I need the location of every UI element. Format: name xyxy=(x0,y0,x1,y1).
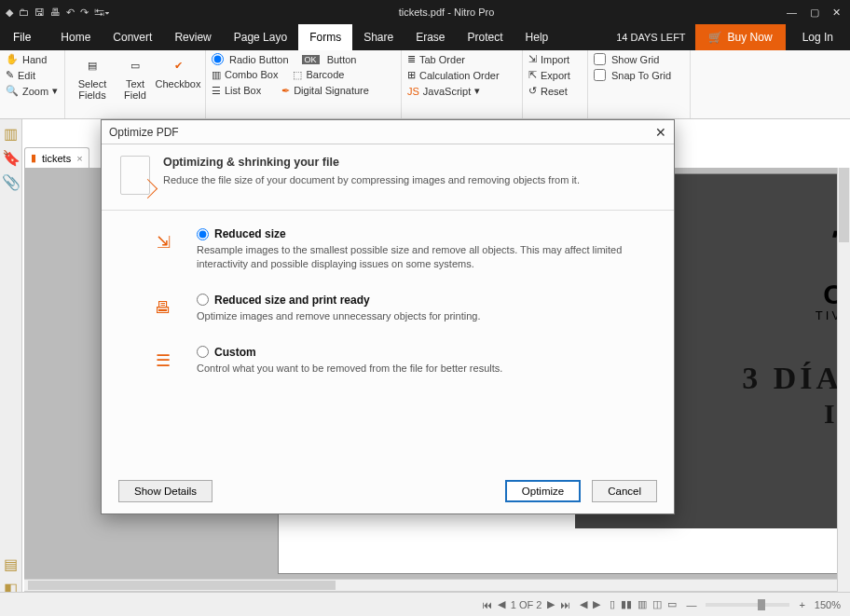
view-single-icon[interactable]: ▯ xyxy=(610,598,615,610)
import-tool[interactable]: ⇲Import xyxy=(528,52,582,66)
buy-now-label: Buy Now xyxy=(728,31,773,44)
reduced-size-icon: ⇲ xyxy=(148,227,178,257)
tab-page-layout[interactable]: Page Layo xyxy=(223,24,298,50)
last-page-icon[interactable]: ⏭ xyxy=(560,599,570,610)
radio-icon[interactable] xyxy=(197,346,209,358)
save-icon[interactable]: 🖫 xyxy=(34,7,45,18)
buy-now-button[interactable]: 🛒 Buy Now xyxy=(695,24,786,50)
custom-icon: ☰ xyxy=(148,346,178,376)
nav-back-icon[interactable]: ◀ xyxy=(580,598,587,610)
ok-badge-icon: OK xyxy=(302,55,320,64)
vertical-scrollbar[interactable] xyxy=(837,168,850,592)
javascript-tool[interactable]: JSJavaScript ▾ xyxy=(407,84,516,98)
zoom-level: 150% xyxy=(815,599,841,610)
scroll-thumb[interactable] xyxy=(28,581,336,590)
reset-icon: ↺ xyxy=(528,85,537,97)
view-book-icon[interactable]: ◫ xyxy=(652,598,662,610)
tab-share[interactable]: Share xyxy=(352,24,404,50)
select-fields-button[interactable]: ▤Select Fields xyxy=(71,52,114,116)
option-print-ready[interactable]: Reduced size and print ready Optimize im… xyxy=(197,294,480,323)
login-button[interactable]: Log In xyxy=(786,31,850,44)
nav-fwd-icon[interactable]: ▶ xyxy=(593,598,600,610)
file-menu[interactable]: File xyxy=(0,24,44,50)
app-icon: ◆ xyxy=(6,7,13,19)
tab-order-tool[interactable]: ≣Tab Order xyxy=(407,52,516,66)
combo-icon: ▥ xyxy=(212,69,221,81)
zoom-tool[interactable]: 🔍Zoom ▾ xyxy=(6,84,59,98)
show-grid-toggle[interactable]: Show Grid xyxy=(594,52,684,66)
dialog-heading: Optimizing & shrinking your file xyxy=(163,156,580,169)
tab-home[interactable]: Home xyxy=(49,24,102,50)
calc-order-tool[interactable]: ⊞Calculation Order xyxy=(407,68,516,82)
view-continuous-icon[interactable]: ▮▮ xyxy=(621,598,632,610)
open-icon[interactable]: 🗀 xyxy=(19,7,29,18)
quick-access-toolbar: ◆ 🗀 🖫 🖶 ↶ ↷ ⭾▾ xyxy=(0,7,116,19)
radio-icon[interactable] xyxy=(197,294,209,306)
redo-icon[interactable]: ↷ xyxy=(80,7,89,19)
close-icon[interactable]: ✕ xyxy=(832,7,841,19)
undo-icon[interactable]: ↶ xyxy=(66,7,75,19)
radio-icon[interactable] xyxy=(197,228,209,240)
view-facing-icon[interactable]: ▥ xyxy=(638,598,647,610)
tab-forms[interactable]: Forms xyxy=(298,24,352,50)
checkbox-button[interactable]: ✔Checkbox xyxy=(157,52,199,116)
optimize-button[interactable]: Optimize xyxy=(505,480,581,502)
digital-signature-tool[interactable]: ✒Digital Signature xyxy=(281,85,369,97)
zoom-in-icon[interactable]: + xyxy=(799,599,804,610)
combo-box-tool[interactable]: ▥Combo Box xyxy=(212,69,278,81)
text-field-button[interactable]: ▭Text Field xyxy=(114,52,157,116)
option-reduced-size[interactable]: Reduced size Resample images to the smal… xyxy=(197,227,655,271)
next-page-icon[interactable]: ▶ xyxy=(547,598,555,610)
minimize-icon[interactable]: — xyxy=(787,7,797,19)
zoom-slider[interactable] xyxy=(706,603,789,607)
slider-knob[interactable] xyxy=(758,599,765,610)
page-indicator: 1 OF 2 xyxy=(511,599,542,610)
calc-icon: ⊞ xyxy=(407,69,416,81)
select-tool-icon[interactable]: ⭾▾ xyxy=(94,7,110,18)
first-page-icon[interactable]: ⏮ xyxy=(482,599,492,610)
print-ready-icon: 🖶 xyxy=(148,294,178,323)
list-box-tool[interactable]: ☰List Box xyxy=(212,85,261,97)
barcode-tool[interactable]: ⬚Barcode xyxy=(293,69,344,81)
export-tool[interactable]: ⇱Export xyxy=(528,68,582,82)
dialog-titlebar: Optimize PDF ✕ xyxy=(102,120,674,144)
bookmarks-panel-icon[interactable]: 🔖 xyxy=(1,147,21,168)
tab-erase[interactable]: Erase xyxy=(404,24,456,50)
zoom-out-icon[interactable]: — xyxy=(686,599,696,610)
document-tab[interactable]: ▮ tickets × xyxy=(24,147,89,168)
option-custom[interactable]: Custom Control what you want to be remov… xyxy=(197,346,502,376)
barcode-icon: ⬚ xyxy=(293,69,302,81)
zoom-icon: 🔍 xyxy=(6,85,19,97)
checkbox-icon xyxy=(594,69,606,81)
optimize-doc-icon xyxy=(120,156,150,195)
tab-help[interactable]: Help xyxy=(514,24,560,50)
tab-protect[interactable]: Protect xyxy=(457,24,514,50)
tab-review[interactable]: Review xyxy=(163,24,222,50)
view-rotate-icon[interactable]: ▭ xyxy=(667,598,677,610)
trial-days-left: 14 DAYS LEFT xyxy=(607,32,694,43)
cancel-button[interactable]: Cancel xyxy=(592,480,657,502)
horizontal-scrollbar[interactable] xyxy=(24,579,837,592)
maximize-icon[interactable]: ▢ xyxy=(810,7,819,19)
panel-icon-a[interactable]: ▤ xyxy=(1,554,21,574)
radio-button-tool[interactable]: Radio ButtonOKButton xyxy=(212,52,395,66)
radio-icon xyxy=(212,53,224,65)
edit-tool[interactable]: ✎Edit xyxy=(6,68,59,82)
tab-convert[interactable]: Convert xyxy=(102,24,163,50)
import-icon: ⇲ xyxy=(528,53,537,65)
reset-tool[interactable]: ↺Reset xyxy=(528,84,582,98)
scroll-thumb[interactable] xyxy=(839,168,849,242)
close-tab-icon[interactable]: × xyxy=(76,153,82,164)
list-icon: ☰ xyxy=(212,85,221,97)
prev-page-icon[interactable]: ◀ xyxy=(498,598,505,610)
pages-panel-icon[interactable]: ▥ xyxy=(1,123,21,144)
snap-to-grid-toggle[interactable]: Snap To Grid xyxy=(594,68,684,82)
ribbon: ✋Hand ✎Edit 🔍Zoom ▾ ▤Select Fields ▭Text… xyxy=(0,50,850,119)
hand-tool[interactable]: ✋Hand xyxy=(6,52,59,66)
left-nav-pane: ▥ 🔖 📎 ▤ ◧ ✎ xyxy=(0,119,22,592)
attachments-panel-icon[interactable]: 📎 xyxy=(1,171,21,192)
dialog-close-icon[interactable]: ✕ xyxy=(655,125,666,140)
print-icon[interactable]: 🖶 xyxy=(50,7,61,18)
show-details-button[interactable]: Show Details xyxy=(118,480,212,502)
checkbox-icon: ✔ xyxy=(174,60,183,72)
